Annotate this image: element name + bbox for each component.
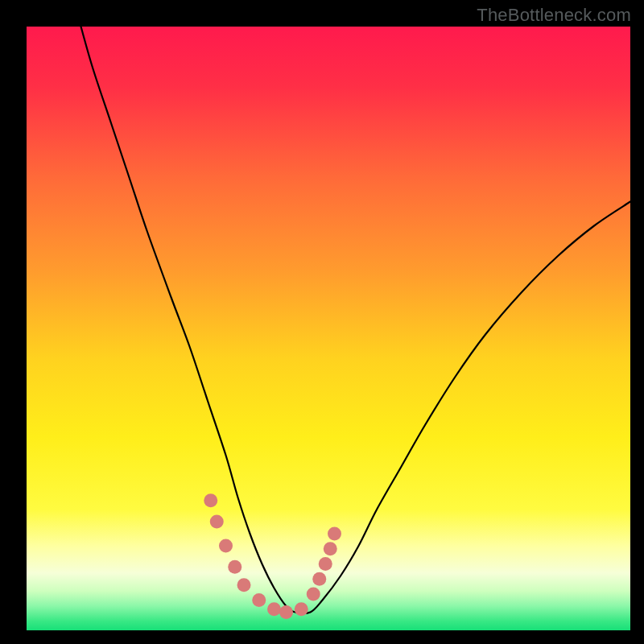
plot-area bbox=[27, 27, 630, 630]
highlight-dot bbox=[252, 593, 266, 607]
watermark-text: TheBottleneck.com bbox=[477, 5, 631, 26]
highlight-dot bbox=[210, 515, 224, 529]
bottleneck-curve bbox=[81, 27, 631, 613]
highlight-dot bbox=[312, 572, 326, 586]
highlight-dot bbox=[219, 539, 233, 553]
highlight-dot bbox=[267, 602, 281, 616]
outer-frame: TheBottleneck.com bbox=[0, 0, 644, 644]
highlight-dot bbox=[204, 493, 217, 507]
highlight-dot bbox=[307, 588, 320, 601]
highlight-dot bbox=[324, 542, 337, 555]
highlight-dot bbox=[228, 560, 242, 574]
chart-svg bbox=[27, 27, 630, 630]
highlight-dots-group bbox=[204, 493, 341, 619]
highlight-dot bbox=[279, 605, 293, 619]
highlight-dot bbox=[237, 578, 251, 592]
highlight-dot bbox=[328, 527, 341, 541]
highlight-dot bbox=[295, 602, 308, 616]
highlight-dot bbox=[319, 557, 332, 571]
